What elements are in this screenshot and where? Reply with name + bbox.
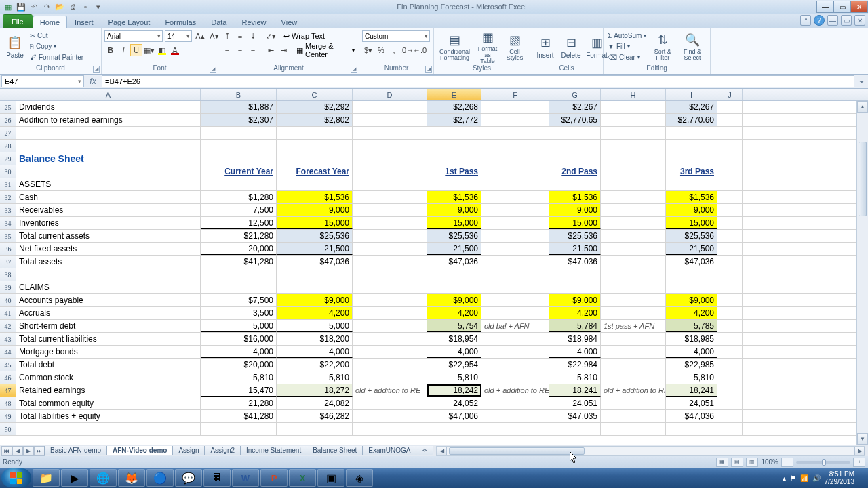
clipboard-dialog-launcher[interactable]: ◢ xyxy=(93,66,100,73)
cell[interactable]: Balance Sheet xyxy=(16,152,201,165)
cell[interactable]: 3rd Pass xyxy=(666,165,717,178)
align-top-icon[interactable]: ⭱ xyxy=(221,30,233,42)
cell[interactable] xyxy=(353,359,427,371)
cell[interactable] xyxy=(481,140,549,152)
cell[interactable] xyxy=(427,152,481,165)
cell[interactable]: 21,500 xyxy=(666,243,717,255)
comma-icon[interactable]: , xyxy=(388,44,400,56)
cell[interactable] xyxy=(666,127,717,139)
row-header[interactable]: 45 xyxy=(0,359,16,371)
cell[interactable]: Receivables xyxy=(16,204,201,216)
cell[interactable] xyxy=(717,397,743,409)
cell[interactable]: $9,000 xyxy=(666,294,717,306)
cell[interactable] xyxy=(717,101,743,113)
fill-button[interactable]: ▼Fill▾ xyxy=(606,41,648,52)
font-name-select[interactable]: Arial xyxy=(104,30,163,42)
col-header-j[interactable]: J xyxy=(717,89,743,100)
row-header[interactable]: 30 xyxy=(0,165,16,178)
cell[interactable] xyxy=(427,423,481,435)
cell[interactable]: $1,536 xyxy=(427,191,481,203)
align-middle-icon[interactable]: ≡ xyxy=(234,30,246,42)
row-header[interactable]: 36 xyxy=(0,243,16,255)
cell[interactable]: $2,772 xyxy=(427,114,481,126)
cell[interactable] xyxy=(16,165,201,178)
cell[interactable]: $9,000 xyxy=(549,294,601,306)
cell[interactable]: 4,200 xyxy=(427,307,481,319)
cell[interactable] xyxy=(549,152,601,165)
cell[interactable]: 4,000 xyxy=(549,346,601,358)
cell[interactable] xyxy=(277,423,353,435)
cell[interactable] xyxy=(549,178,601,190)
cell[interactable] xyxy=(353,294,427,306)
percent-icon[interactable]: % xyxy=(375,44,387,56)
cell[interactable]: old bal + AFN xyxy=(481,320,549,332)
increase-indent-icon[interactable]: ⇥ xyxy=(277,44,290,56)
cell[interactable] xyxy=(16,140,201,152)
cell[interactable] xyxy=(717,152,743,165)
cell[interactable] xyxy=(717,230,743,242)
cell[interactable]: 15,000 xyxy=(549,217,601,229)
cell[interactable] xyxy=(201,127,277,139)
tab-page-layout[interactable]: Page Layout xyxy=(101,16,158,28)
cell[interactable]: 24,051 xyxy=(666,397,717,409)
cell[interactable] xyxy=(717,371,743,384)
cell[interactable] xyxy=(601,101,666,113)
cell[interactable] xyxy=(666,152,717,165)
cell[interactable]: 5,785 xyxy=(666,320,717,332)
cell[interactable] xyxy=(601,165,666,178)
cell[interactable] xyxy=(353,256,427,268)
cell[interactable] xyxy=(201,178,277,190)
tab-review[interactable]: Review xyxy=(234,16,273,28)
cell[interactable]: $9,000 xyxy=(277,294,353,306)
network-icon[interactable]: 📶 xyxy=(800,474,808,482)
cell[interactable] xyxy=(201,281,277,293)
cell[interactable] xyxy=(717,281,743,293)
zoom-out-icon[interactable]: − xyxy=(781,458,793,467)
cell[interactable]: 5,810 xyxy=(666,371,717,384)
chrome-icon[interactable]: 🔵 xyxy=(146,469,174,487)
cell[interactable]: Cash xyxy=(16,191,201,203)
cell[interactable] xyxy=(277,281,353,293)
cell[interactable] xyxy=(481,191,549,203)
cell[interactable] xyxy=(427,140,481,152)
vertical-scrollbar[interactable]: ▲ ▼ xyxy=(856,101,868,445)
cell[interactable] xyxy=(717,359,743,371)
cell[interactable] xyxy=(353,410,427,422)
cell[interactable]: 4,200 xyxy=(549,307,601,319)
col-header-d[interactable]: D xyxy=(353,89,427,100)
cell[interactable]: $1,536 xyxy=(277,191,353,203)
cell[interactable] xyxy=(601,204,666,216)
excel-icon[interactable]: ▦ xyxy=(3,1,14,12)
cell[interactable]: Mortgage bonds xyxy=(16,346,201,358)
word-icon[interactable]: W xyxy=(232,469,259,487)
fx-icon[interactable]: fx xyxy=(84,75,102,88)
cell[interactable]: $46,282 xyxy=(277,410,353,422)
cell[interactable]: $22,985 xyxy=(666,359,717,371)
cell[interactable] xyxy=(601,307,666,319)
scroll-right-icon[interactable]: ▶ xyxy=(854,447,865,455)
cell[interactable] xyxy=(601,423,666,435)
cell[interactable] xyxy=(549,127,601,139)
cell[interactable] xyxy=(481,217,549,229)
cell[interactable]: Total common equity xyxy=(16,397,201,409)
cell[interactable] xyxy=(717,410,743,422)
explorer-icon[interactable]: 📁 xyxy=(33,469,60,487)
find-select-button[interactable]: 🔍Find & Select xyxy=(677,30,707,64)
scroll-up-icon[interactable]: ▲ xyxy=(857,101,868,113)
cell[interactable] xyxy=(277,140,353,152)
cell[interactable] xyxy=(277,178,353,190)
cell[interactable]: $47,036 xyxy=(666,256,717,268)
sheet-tab[interactable]: AFN-Video demo xyxy=(106,446,173,455)
cell[interactable]: $18,985 xyxy=(666,333,717,345)
cell[interactable]: 5,784 xyxy=(549,320,601,332)
cell[interactable]: Total assets xyxy=(16,256,201,268)
cell[interactable]: Accruals xyxy=(16,307,201,319)
align-left-icon[interactable]: ≡ xyxy=(221,44,233,56)
qat-more-icon[interactable]: ▾ xyxy=(93,1,104,12)
row-header[interactable]: 43 xyxy=(0,333,16,345)
cell[interactable]: 1st pass + AFN xyxy=(601,320,666,332)
cell[interactable] xyxy=(353,230,427,242)
cell[interactable]: $22,954 xyxy=(427,359,481,371)
cell[interactable]: $47,036 xyxy=(666,410,717,422)
cell-styles-button[interactable]: ▧Cell Styles xyxy=(502,30,527,64)
